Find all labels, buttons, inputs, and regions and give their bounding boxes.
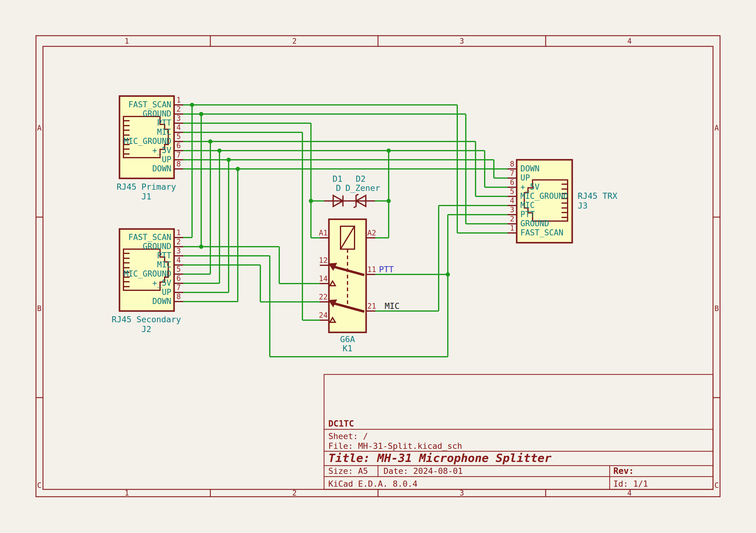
j2-pin-number: 5 bbox=[176, 265, 181, 273]
net-label-ptt[interactable]: PTT bbox=[379, 265, 394, 274]
wire-junction bbox=[199, 244, 203, 249]
frame-col-label: 3 bbox=[460, 489, 464, 497]
title-block-date: Date: 2024-08-01 bbox=[384, 466, 463, 476]
k1-value: G6A bbox=[340, 334, 355, 344]
d1-value: D bbox=[336, 183, 341, 193]
frame-col-label: 4 bbox=[627, 489, 632, 497]
j3-pin-name: DOWN bbox=[520, 164, 540, 173]
j1-pin-number: 3 bbox=[176, 114, 181, 123]
title-block-size: Size: A5 bbox=[328, 466, 368, 476]
j2-pin-name: PTT bbox=[157, 251, 171, 260]
j2-pin-name: GROUND bbox=[143, 242, 171, 251]
diode-d2[interactable]: D2 D_Zener bbox=[345, 174, 380, 208]
title-block-company: DC1TC bbox=[328, 419, 354, 429]
wire-junction bbox=[236, 167, 240, 171]
net-label-mic[interactable]: MIC bbox=[385, 301, 400, 311]
k1-pin-24: 24 bbox=[319, 311, 328, 320]
j1-pin-name: MIC_GROUND bbox=[123, 137, 171, 146]
j2-pin-number: 2 bbox=[176, 238, 181, 246]
title-block-sheet: Sheet: / bbox=[328, 432, 368, 441]
connector-j1[interactable]: 1 2 3 4 5 6 7 8 FAST_SCAN GROUND PTT MIC… bbox=[117, 96, 183, 201]
schematic-page: 1 2 3 4 1 2 3 4 A B C A B C bbox=[0, 0, 756, 533]
frame-row-label: A bbox=[37, 124, 42, 132]
j3-pin-number: 6 bbox=[510, 178, 514, 186]
j3-pin-name: PTT bbox=[520, 210, 535, 219]
k1-pin-a1: A1 bbox=[319, 229, 328, 237]
j1-pin-number: 2 bbox=[176, 105, 181, 113]
j2-pin-name: MIC_GROUND bbox=[123, 269, 171, 279]
wire-junction bbox=[446, 272, 450, 277]
wire-junction bbox=[199, 112, 203, 116]
j3-pin-name: +_5V bbox=[520, 182, 540, 192]
j1-pin-name: UP bbox=[162, 155, 171, 164]
frame-row-label: B bbox=[37, 304, 41, 313]
title-block-tool: KiCad E.D.A. 8.0.4 bbox=[328, 479, 418, 489]
j1-value: RJ45 Primary bbox=[117, 182, 176, 191]
title-block-file: File: MH-31-Split.kicad_sch bbox=[328, 441, 462, 451]
title-block: DC1TC Sheet: / File: MH-31-Split.kicad_s… bbox=[324, 375, 713, 490]
j1-pin-name: PTT bbox=[157, 118, 171, 127]
j2-value: RJ45 Secondary bbox=[112, 315, 181, 324]
d1-ref: D1 bbox=[333, 174, 343, 183]
schematic-canvas[interactable]: 1 2 3 4 1 2 3 4 A B C A B C bbox=[0, 0, 756, 533]
k1-pin-11: 11 bbox=[367, 265, 376, 274]
j1-ref: J1 bbox=[142, 192, 151, 201]
j2-pin-name: FAST_SCAN bbox=[128, 233, 171, 242]
connector-j2[interactable]: 1 2 3 4 5 6 7 8 FAST_SCAN GROUND PTT MIC… bbox=[112, 228, 183, 334]
frame-col-label: 2 bbox=[292, 489, 297, 497]
j3-pin-name: MIC bbox=[520, 201, 535, 210]
d2-ref: D2 bbox=[356, 174, 366, 183]
k1-pin-a2: A2 bbox=[367, 229, 376, 237]
j2-pin-number: 4 bbox=[176, 256, 181, 265]
j1-pin-number: 1 bbox=[176, 96, 181, 104]
j1-pin-number: 7 bbox=[176, 151, 181, 159]
j2-pin-name: +_5V bbox=[152, 278, 171, 288]
title-block-rev: Rev: bbox=[613, 466, 634, 476]
connector-j3[interactable]: 8 7 6 5 4 3 2 1 DOWN UP +_5V MIC_GROUND … bbox=[507, 160, 617, 243]
j3-pin-name: FAST_SCAN bbox=[520, 228, 563, 238]
k1-pin-22: 22 bbox=[319, 293, 328, 301]
frame-row-label: C bbox=[715, 481, 719, 490]
j2-pin-name: UP bbox=[162, 288, 171, 297]
wire-junction bbox=[208, 139, 212, 144]
frame-col-label: 4 bbox=[627, 37, 632, 45]
j1-pin-name: FAST_SCAN bbox=[128, 100, 171, 109]
frame-row-label: B bbox=[715, 304, 719, 313]
j3-value: RJ45 TRX bbox=[578, 191, 617, 201]
j1-pin-number: 6 bbox=[176, 141, 181, 150]
j3-pin-name: UP bbox=[520, 173, 530, 182]
j3-pin-number: 2 bbox=[510, 215, 514, 223]
d2-value: D_Zener bbox=[345, 183, 380, 193]
j3-pin-name: GROUND bbox=[520, 219, 549, 228]
j3-pin-number: 3 bbox=[510, 206, 514, 214]
j3-pin-number: 1 bbox=[510, 224, 514, 232]
frame-col-label: 2 bbox=[292, 37, 297, 45]
j3-ref: J3 bbox=[578, 201, 588, 210]
k1-ref: K1 bbox=[343, 344, 353, 353]
j2-pin-number: 7 bbox=[176, 283, 181, 292]
j1-pin-number: 8 bbox=[176, 160, 181, 168]
j2-pin-number: 3 bbox=[176, 247, 181, 255]
j1-pin-name: MIC bbox=[157, 127, 171, 137]
relay-k1[interactable]: A1 A2 12 14 22 24 11 21 G6A K1 bbox=[319, 219, 376, 353]
j3-pin-name: MIC_GROUND bbox=[520, 191, 568, 201]
j2-ref: J2 bbox=[142, 324, 151, 334]
title-block-border bbox=[324, 375, 713, 490]
wire-junction bbox=[387, 199, 391, 203]
j2-pin-name: DOWN bbox=[152, 297, 171, 306]
j1-pin-name: GROUND bbox=[143, 109, 171, 118]
j1-pin-number: 5 bbox=[176, 132, 181, 141]
j2-pin-number: 6 bbox=[176, 274, 181, 283]
k1-pin-14: 14 bbox=[319, 274, 328, 283]
frame-col-label: 1 bbox=[125, 37, 129, 45]
j1-pin-name: +_5V bbox=[152, 146, 171, 155]
frame-col-label: 3 bbox=[460, 37, 464, 45]
j2-pin-name: MIC bbox=[157, 260, 171, 269]
wire-junction bbox=[309, 199, 313, 203]
wire-junction bbox=[217, 149, 222, 153]
j2-pin-number: 1 bbox=[176, 228, 181, 237]
j2-pin-number: 8 bbox=[176, 293, 181, 301]
j3-pin-number: 4 bbox=[510, 196, 514, 205]
frame-row-label: C bbox=[37, 481, 41, 490]
j3-pin-number: 8 bbox=[510, 160, 514, 168]
